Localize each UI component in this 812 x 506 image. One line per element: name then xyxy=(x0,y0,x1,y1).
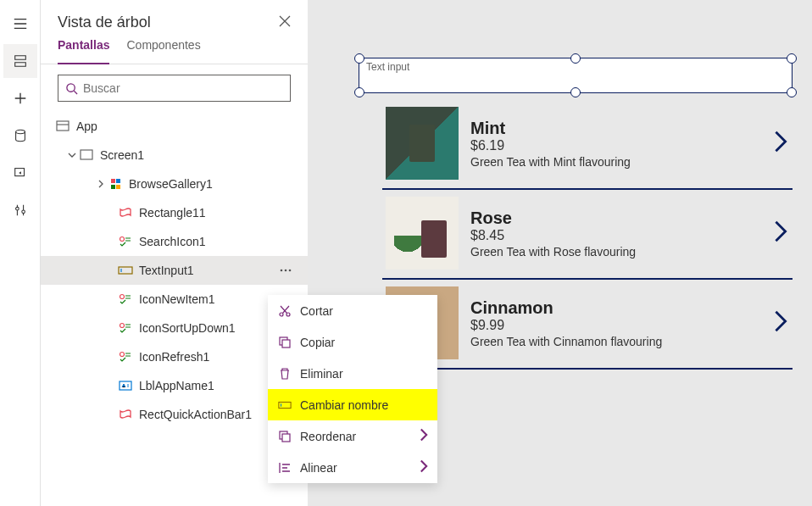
resize-handle[interactable] xyxy=(570,53,581,64)
tree-label: LblAppName1 xyxy=(139,379,214,392)
svg-point-14 xyxy=(120,353,125,357)
context-align[interactable]: Alinear xyxy=(268,452,437,483)
media-icon[interactable] xyxy=(3,156,37,190)
tree-label: Screen1 xyxy=(100,148,144,162)
tree-item-textinput1[interactable]: TextInput1 xyxy=(41,256,308,285)
tree-label: IconNewItem1 xyxy=(139,292,214,306)
product-title: Cinnamon xyxy=(470,298,760,318)
search-icon xyxy=(65,82,78,95)
svg-point-0 xyxy=(15,130,25,134)
rename-icon xyxy=(278,398,292,412)
svg-point-2 xyxy=(15,207,19,210)
control-icon xyxy=(117,236,134,247)
tree-label: SearchIcon1 xyxy=(139,235,206,248)
tree-label: IconRefresh1 xyxy=(139,350,209,364)
gallery-row[interactable]: Cinnamon $9.99 Green Tea with Cinnamon f… xyxy=(382,280,793,370)
gallery-icon xyxy=(107,179,124,189)
tree-item-searchicon1[interactable]: SearchIcon1 xyxy=(41,227,308,256)
svg-point-16 xyxy=(280,313,283,316)
svg-rect-15 xyxy=(120,381,131,390)
svg-point-4 xyxy=(67,83,75,91)
insert-icon[interactable] xyxy=(3,81,37,115)
product-price: $8.45 xyxy=(470,228,760,243)
context-rename[interactable]: Cambiar nombre xyxy=(268,389,437,420)
tree-label: Rectangle11 xyxy=(139,206,206,220)
svg-point-13 xyxy=(120,324,125,328)
more-options-icon[interactable] xyxy=(274,259,298,282)
svg-rect-8 xyxy=(119,267,132,274)
resize-handle[interactable] xyxy=(354,87,364,97)
context-label: Eliminar xyxy=(300,367,343,381)
trash-icon xyxy=(278,367,292,381)
product-description: Green Tea with Rose flavouring xyxy=(470,245,760,259)
gallery-row[interactable]: Mint $6.19 Green Tea with Mint flavourin… xyxy=(382,100,793,190)
tree-item-browsegallery1[interactable]: BrowseGallery1 xyxy=(41,170,308,198)
svg-point-10 xyxy=(285,270,287,272)
svg-point-3 xyxy=(21,210,25,214)
context-label: Copiar xyxy=(300,336,335,349)
product-price: $9.99 xyxy=(470,318,760,333)
product-thumbnail xyxy=(386,107,459,180)
rectangle-icon xyxy=(117,207,134,219)
selected-text-input-control[interactable]: Text input xyxy=(359,58,793,93)
context-cut[interactable]: Cortar xyxy=(268,295,437,326)
tree-label: IconSortUpDown1 xyxy=(139,321,236,335)
svg-rect-19 xyxy=(282,340,290,348)
tab-screens[interactable]: Pantallas xyxy=(58,38,109,64)
resize-handle[interactable] xyxy=(354,53,364,64)
chevron-right-icon[interactable] xyxy=(95,180,107,188)
svg-rect-20 xyxy=(279,402,291,408)
panel-title: Vista de árbol xyxy=(58,14,151,31)
search-box[interactable] xyxy=(58,75,291,102)
tree-label: App xyxy=(76,120,97,133)
chevron-right-icon xyxy=(417,428,427,444)
resize-handle[interactable] xyxy=(787,87,797,97)
svg-point-7 xyxy=(120,237,125,242)
svg-rect-6 xyxy=(81,150,92,159)
tree-label: BrowseGallery1 xyxy=(129,177,213,191)
hamburger-icon[interactable] xyxy=(3,7,37,41)
resize-handle[interactable] xyxy=(570,87,581,97)
svg-rect-22 xyxy=(282,434,290,442)
chevron-right-icon[interactable] xyxy=(772,130,789,157)
context-reorder[interactable]: Reordenar xyxy=(268,420,437,452)
tab-components[interactable]: Componentes xyxy=(126,38,200,57)
close-icon[interactable] xyxy=(279,15,291,31)
reorder-icon xyxy=(278,430,292,443)
context-label: Alinear xyxy=(300,461,337,475)
product-thumbnail xyxy=(386,197,459,270)
left-rail xyxy=(0,0,41,506)
align-icon xyxy=(278,461,292,475)
resize-handle[interactable] xyxy=(787,53,797,64)
context-delete[interactable]: Eliminar xyxy=(268,358,437,389)
product-description: Green Tea with Cinnamon flavouring xyxy=(470,335,760,348)
data-icon[interactable] xyxy=(3,119,37,153)
label-icon xyxy=(117,380,134,392)
app-icon xyxy=(54,120,71,133)
chevron-right-icon[interactable] xyxy=(772,220,789,247)
gallery-row[interactable]: Rose $8.45 Green Tea with Rose flavourin… xyxy=(382,190,793,280)
tree-item-app[interactable]: App xyxy=(41,112,308,141)
gallery-preview: Mint $6.19 Green Tea with Mint flavourin… xyxy=(382,100,793,370)
tree-view-icon[interactable] xyxy=(3,44,37,78)
control-icon xyxy=(117,351,134,363)
control-icon xyxy=(117,293,134,305)
copy-icon xyxy=(278,336,292,349)
tree-item-screen1[interactable]: Screen1 xyxy=(41,141,308,170)
cut-icon xyxy=(278,304,292,318)
chevron-right-icon[interactable] xyxy=(772,309,789,336)
advanced-tools-icon[interactable] xyxy=(3,193,37,227)
chevron-right-icon xyxy=(417,459,427,475)
chevron-down-icon[interactable] xyxy=(66,151,78,159)
product-title: Mint xyxy=(470,119,760,138)
tree-item-rectangle11[interactable]: Rectangle11 xyxy=(41,198,308,227)
rectangle-icon xyxy=(117,409,134,420)
context-copy[interactable]: Copiar xyxy=(268,326,437,358)
tree-label: TextInput1 xyxy=(139,264,194,277)
product-description: Green Tea with Mint flavouring xyxy=(470,155,760,169)
context-label: Reordenar xyxy=(300,430,356,443)
search-input[interactable] xyxy=(83,81,283,95)
context-label: Cortar xyxy=(300,304,333,318)
svg-point-17 xyxy=(286,313,290,316)
tree-label: RectQuickActionBar1 xyxy=(139,408,252,421)
